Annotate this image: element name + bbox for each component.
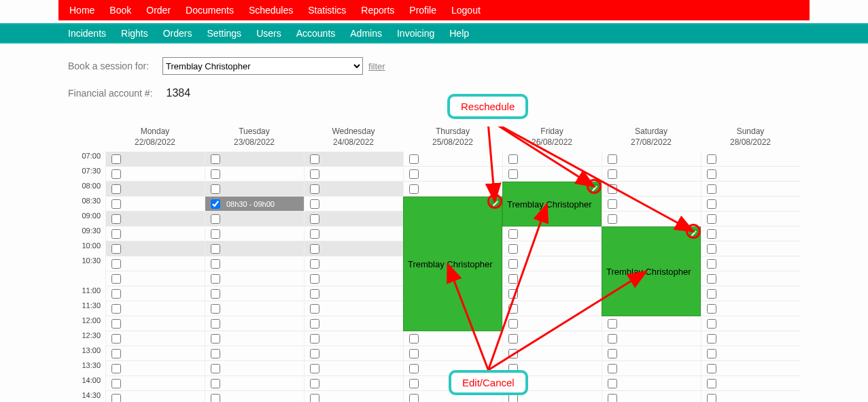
slot-checkbox[interactable] — [111, 319, 121, 329]
slot-checkbox[interactable] — [310, 244, 319, 254]
slot[interactable] — [701, 227, 800, 241]
slot-checkbox[interactable] — [707, 184, 716, 194]
slot[interactable] — [701, 182, 800, 197]
slot[interactable] — [404, 152, 502, 167]
slot[interactable] — [106, 197, 205, 212]
slot[interactable] — [305, 152, 403, 167]
slot-checkbox[interactable] — [211, 319, 220, 329]
slot-checkbox[interactable] — [211, 334, 220, 344]
slot-checkbox[interactable] — [409, 169, 419, 179]
slot-checkbox[interactable] — [608, 394, 617, 402]
slot[interactable] — [106, 361, 205, 376]
slot[interactable] — [503, 167, 602, 182]
slot[interactable] — [106, 182, 205, 197]
slot-checkbox[interactable] — [111, 364, 121, 373]
slot[interactable] — [404, 167, 502, 182]
slot[interactable] — [305, 182, 403, 197]
slot[interactable] — [503, 346, 602, 361]
slot-checkbox[interactable] — [111, 184, 121, 194]
slot[interactable] — [205, 271, 304, 286]
nav-top-order[interactable]: Order — [146, 5, 171, 16]
slot-checkbox[interactable] — [608, 319, 617, 329]
slot-checkbox[interactable] — [211, 304, 220, 314]
slot-checkbox[interactable] — [409, 334, 419, 344]
slot[interactable] — [602, 361, 701, 376]
slot-checkbox[interactable] — [211, 199, 220, 209]
slot-checkbox[interactable] — [707, 379, 716, 388]
slot-checkbox[interactable] — [111, 244, 121, 254]
slot-checkbox[interactable] — [211, 229, 220, 239]
nav-sub-admins[interactable]: Admins — [350, 28, 382, 39]
slot[interactable] — [602, 316, 701, 331]
nav-sub-accounts[interactable]: Accounts — [296, 28, 336, 39]
slot[interactable] — [106, 316, 205, 331]
slot-checkbox[interactable] — [211, 394, 220, 402]
slot[interactable] — [106, 152, 205, 167]
nav-sub-incidents[interactable]: Incidents — [68, 28, 106, 39]
slot[interactable] — [602, 182, 701, 197]
slot-checkbox[interactable] — [211, 259, 220, 269]
slot-checkbox[interactable] — [707, 349, 716, 358]
slot-checkbox[interactable] — [111, 394, 121, 402]
slot-checkbox[interactable] — [508, 319, 518, 329]
nav-top-schedules[interactable]: Schedules — [249, 5, 293, 16]
slot-checkbox[interactable] — [707, 154, 716, 164]
slot-checkbox[interactable] — [707, 289, 716, 299]
slot[interactable] — [205, 316, 304, 331]
slot[interactable] — [205, 256, 304, 271]
slot[interactable] — [106, 212, 205, 227]
slot[interactable] — [106, 256, 205, 271]
slot-checkbox[interactable] — [111, 274, 121, 284]
slot-checkbox[interactable] — [508, 289, 518, 299]
pencil-icon[interactable] — [590, 184, 600, 193]
slot[interactable] — [404, 182, 502, 197]
slot[interactable] — [205, 346, 304, 361]
slot-checkbox[interactable] — [111, 229, 121, 239]
slot[interactable] — [106, 286, 205, 301]
slot-checkbox[interactable] — [707, 319, 716, 329]
slot[interactable] — [602, 376, 701, 391]
slot-checkbox[interactable] — [608, 379, 617, 388]
slot-checkbox[interactable] — [707, 244, 716, 254]
nav-top-book[interactable]: Book — [109, 5, 131, 16]
slot[interactable] — [602, 167, 701, 182]
slot-checkbox[interactable] — [409, 154, 419, 164]
slot-checkbox[interactable] — [111, 289, 121, 299]
slot[interactable] — [205, 241, 304, 256]
slot[interactable] — [106, 227, 205, 241]
slot[interactable] — [205, 227, 304, 241]
slot-checkbox[interactable] — [211, 169, 220, 179]
slot[interactable] — [602, 391, 701, 402]
slot-checkbox[interactable] — [707, 334, 716, 344]
slot-checkbox[interactable] — [310, 229, 319, 239]
slot-checkbox[interactable] — [310, 259, 319, 269]
slot-checkbox[interactable] — [508, 154, 518, 164]
slot-checkbox[interactable] — [211, 274, 220, 284]
slot[interactable] — [305, 346, 403, 361]
slot[interactable] — [701, 361, 800, 376]
slot-checkbox[interactable] — [111, 349, 121, 358]
slot[interactable] — [404, 331, 502, 346]
nav-top-profile[interactable]: Profile — [409, 5, 436, 16]
slot-checkbox[interactable] — [310, 184, 319, 194]
slot-checkbox[interactable] — [111, 379, 121, 388]
slot-checkbox[interactable] — [409, 184, 419, 194]
slot-checkbox[interactable] — [707, 259, 716, 269]
slot[interactable] — [503, 331, 602, 346]
slot[interactable] — [305, 271, 403, 286]
slot-checkbox[interactable] — [310, 154, 319, 164]
slot[interactable] — [701, 331, 800, 346]
slot-checkbox[interactable] — [111, 304, 121, 314]
slot-checkbox[interactable] — [409, 379, 419, 388]
slot-checkbox[interactable] — [409, 364, 419, 373]
slot-checkbox[interactable] — [608, 364, 617, 373]
slot[interactable] — [106, 391, 205, 402]
slot[interactable] — [205, 152, 304, 167]
slot-checkbox[interactable] — [310, 319, 319, 329]
slot[interactable] — [602, 197, 701, 212]
slot[interactable] — [701, 316, 800, 331]
slot-checkbox[interactable] — [310, 274, 319, 284]
slot-checkbox[interactable] — [508, 229, 518, 239]
slot-checkbox[interactable] — [608, 184, 617, 194]
slot-checkbox[interactable] — [508, 304, 518, 314]
